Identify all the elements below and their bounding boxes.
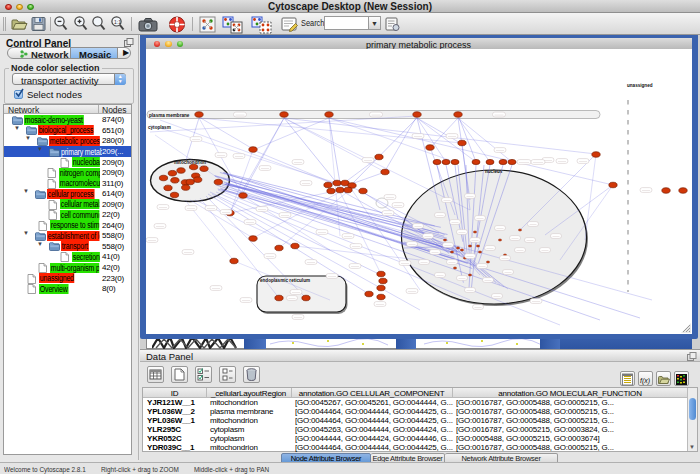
svg-text:mitochondrion: mitochondrion [174,160,206,165]
svg-text:unassigned: unassigned [627,83,653,88]
svg-text:1:1: 1:1 [114,19,121,25]
svg-text:nucleus: nucleus [485,169,503,174]
svg-text:plasma membrane: plasma membrane [149,113,190,118]
svg-text:f(x): f(x) [640,377,650,385]
